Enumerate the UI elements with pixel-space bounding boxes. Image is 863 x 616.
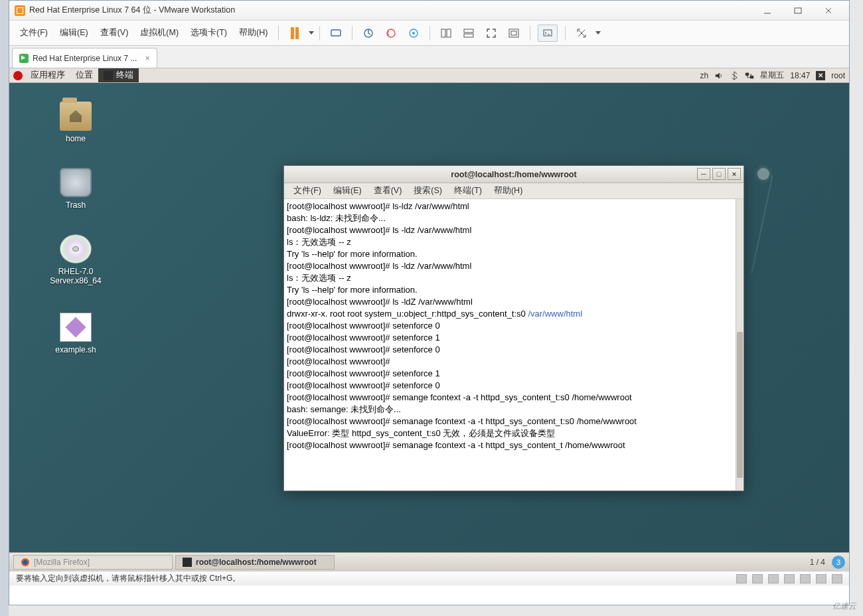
- svg-rect-12: [544, 30, 552, 36]
- desktop-trash[interactable]: Trash: [39, 168, 112, 210]
- vmware-window: Red Hat Enterprise Linux 7 64 位 - VMware…: [9, 0, 850, 605]
- view-single-button[interactable]: [437, 25, 455, 42]
- menu-tabs[interactable]: 选项卡(T): [185, 25, 232, 41]
- term-menu-edit[interactable]: 编辑(E): [328, 184, 367, 198]
- menu-vm[interactable]: 虚拟机(M): [135, 25, 184, 41]
- vmware-menubar: 文件(F) 编辑(E) 查看(V) 虚拟机(M) 选项卡(T) 帮助(H): [9, 21, 849, 46]
- svg-rect-7: [447, 29, 451, 37]
- minimize-button[interactable]: [752, 1, 783, 20]
- vm-tab-close-icon[interactable]: ×: [145, 53, 150, 63]
- menu-edit[interactable]: 编辑(E): [54, 25, 94, 41]
- taskbar-terminal[interactable]: root@localhost:/home/wwwroot: [175, 555, 335, 570]
- menu-file[interactable]: 文件(F): [15, 25, 53, 41]
- svg-rect-9: [464, 34, 473, 37]
- close-button[interactable]: [813, 1, 844, 20]
- vm-power-dropdown-icon[interactable]: [309, 31, 314, 35]
- terminal-output[interactable]: [root@localhost wwwroot]# ls-ldz /var/ww…: [284, 199, 744, 491]
- vmware-tabstrip: Red Hat Enterprise Linux 7 ... ×: [9, 46, 849, 68]
- bluetooth-icon[interactable]: [730, 71, 739, 80]
- snapshot-take-button[interactable]: [360, 25, 377, 42]
- term-menu-search[interactable]: 搜索(S): [408, 184, 447, 198]
- network-icon[interactable]: [745, 71, 754, 80]
- send-ctrlaltdel-button[interactable]: [327, 25, 345, 42]
- notification-badge[interactable]: 3: [832, 556, 845, 569]
- terminal-window: root@localhost:/home/wwwroot ─ □ × 文件(F)…: [283, 165, 744, 491]
- svg-rect-10: [509, 29, 518, 37]
- terminal-close-button[interactable]: ×: [728, 168, 741, 180]
- clock-day[interactable]: 星期五: [760, 70, 784, 81]
- device-net-icon[interactable]: [768, 574, 779, 583]
- menu-help[interactable]: 帮助(H): [234, 25, 273, 41]
- vmware-status-text: 要将输入定向到该虚拟机，请将鼠标指针移入其中或按 Ctrl+G。: [16, 573, 240, 584]
- gnome-taskbar: [Mozilla Firefox] root@localhost:/home/w…: [9, 552, 849, 571]
- gnome-tray: zh 星期五 18:47 ✕ root: [700, 70, 845, 81]
- firefox-icon: [21, 558, 30, 567]
- term-menu-view[interactable]: 查看(V): [368, 184, 408, 198]
- device-display-icon[interactable]: [832, 574, 842, 583]
- vmware-titlebar[interactable]: Red Hat Enterprise Linux 7 64 位 - VMware…: [9, 1, 849, 21]
- terminal-menubar: 文件(F) 编辑(E) 查看(V) 搜索(S) 终端(T) 帮助(H): [284, 183, 744, 199]
- left-edge-sliver: [0, 0, 9, 616]
- view-unity-button[interactable]: [505, 25, 522, 42]
- svg-point-3: [387, 29, 395, 37]
- desktop-home-folder[interactable]: home: [39, 102, 112, 143]
- taskbar-firefox[interactable]: [Mozilla Firefox]: [13, 555, 173, 570]
- device-cd-icon[interactable]: [752, 574, 763, 583]
- vmware-title-text: Red Hat Enterprise Linux 7 64 位 - VMware…: [29, 5, 752, 16]
- svg-rect-8: [464, 29, 473, 33]
- user-label[interactable]: root: [831, 71, 845, 80]
- gnome-applications-menu[interactable]: 应用程序: [25, 68, 70, 82]
- term-menu-help[interactable]: 帮助(H): [489, 184, 528, 198]
- vm-tab[interactable]: Red Hat Enterprise Linux 7 ... ×: [12, 48, 157, 68]
- view-split-button[interactable]: [460, 25, 477, 42]
- terminal-scrollbar[interactable]: [736, 199, 744, 491]
- device-usb-icon[interactable]: [784, 574, 795, 583]
- ime-indicator[interactable]: zh: [700, 71, 709, 80]
- vm-running-icon: [19, 54, 29, 63]
- svg-point-5: [412, 32, 415, 35]
- terminal-title-text: root@localhost:/home/wwwroot: [451, 170, 576, 179]
- maximize-button[interactable]: [783, 1, 813, 20]
- terminal-icon: [104, 71, 113, 80]
- console-view-button[interactable]: [538, 25, 558, 42]
- desktop-cd-media[interactable]: RHEL-7.0 Server.x86_64: [39, 234, 112, 285]
- gnome-active-app[interactable]: 终端: [98, 68, 139, 82]
- gnome-topbar: 应用程序 位置 终端 zh 星期五 18:47 ✕ root: [9, 68, 849, 83]
- redhat-icon: [13, 71, 23, 80]
- watermark: 亿速云: [832, 601, 856, 612]
- stretch-button[interactable]: [573, 25, 590, 42]
- gnome-places-menu[interactable]: 位置: [70, 68, 98, 82]
- workspace-pager[interactable]: 1 / 4: [810, 558, 825, 567]
- svg-rect-1: [331, 30, 341, 36]
- menu-view[interactable]: 查看(V): [95, 25, 134, 41]
- svg-rect-13: [745, 72, 749, 75]
- terminal-icon: [183, 558, 192, 567]
- device-sound-icon[interactable]: [800, 574, 811, 583]
- terminal-minimize-button[interactable]: ─: [697, 168, 710, 180]
- svg-rect-11: [511, 31, 516, 35]
- snapshot-revert-button[interactable]: [382, 25, 400, 42]
- volume-icon[interactable]: [714, 71, 724, 80]
- vmware-icon: [15, 5, 25, 16]
- desktop-script-file[interactable]: example.sh: [39, 313, 112, 354]
- vm-pause-button[interactable]: [286, 25, 303, 42]
- device-hdd-icon[interactable]: [736, 574, 747, 583]
- terminal-titlebar[interactable]: root@localhost:/home/wwwroot ─ □ ×: [284, 166, 744, 183]
- vmware-statusbar: 要将输入定向到该虚拟机，请将鼠标指针移入其中或按 Ctrl+G。: [9, 571, 849, 585]
- clock-time[interactable]: 18:47: [790, 71, 810, 80]
- vm-tab-label: Red Hat Enterprise Linux 7 ...: [33, 54, 137, 63]
- guest-display[interactable]: 应用程序 位置 终端 zh 星期五 18:47 ✕ root home Tras…: [9, 68, 849, 571]
- logout-icon[interactable]: ✕: [816, 71, 825, 80]
- term-menu-terminal[interactable]: 终端(T): [449, 184, 487, 198]
- svg-rect-6: [441, 29, 445, 37]
- snapshot-manage-button[interactable]: [405, 25, 422, 42]
- device-printer-icon[interactable]: [816, 574, 826, 583]
- view-fullscreen-button[interactable]: [483, 25, 500, 42]
- svg-point-16: [23, 560, 28, 564]
- terminal-maximize-button[interactable]: □: [712, 168, 726, 180]
- term-menu-file[interactable]: 文件(F): [288, 184, 327, 198]
- stretch-dropdown-icon[interactable]: [595, 31, 601, 35]
- svg-rect-0: [795, 8, 801, 13]
